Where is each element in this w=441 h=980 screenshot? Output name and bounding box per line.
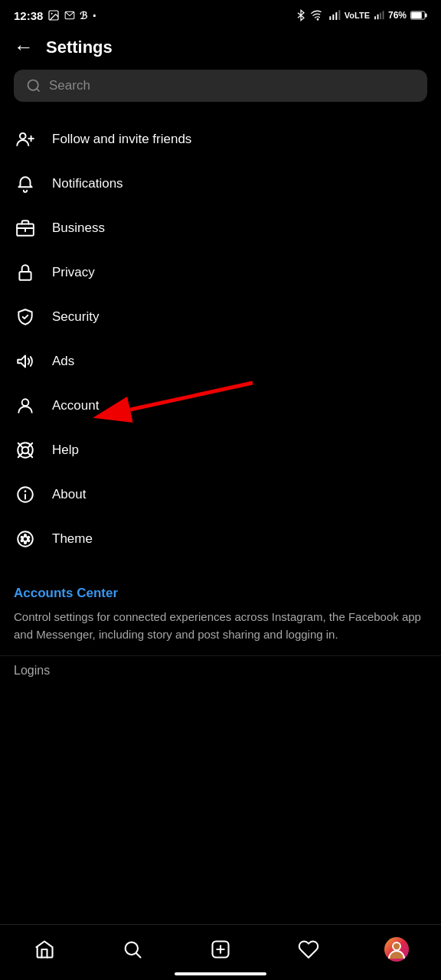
search-container: Search bbox=[0, 70, 441, 114]
avatar bbox=[384, 937, 409, 962]
megaphone-icon bbox=[14, 350, 37, 373]
bell-icon bbox=[14, 172, 37, 195]
menu-item-account[interactable]: Account bbox=[0, 384, 441, 428]
follow-label: Follow and invite friends bbox=[52, 132, 191, 147]
svg-line-42 bbox=[136, 953, 140, 957]
b-icon: ℬ bbox=[80, 10, 87, 21]
svg-point-46 bbox=[393, 942, 400, 950]
wifi-icon bbox=[311, 9, 325, 21]
svg-rect-4 bbox=[332, 15, 334, 20]
menu-item-theme[interactable]: Theme bbox=[0, 517, 441, 561]
menu-list: Follow and invite friends Notifications … bbox=[0, 114, 441, 564]
logins-label: Logins bbox=[14, 664, 50, 677]
signal2-icon bbox=[374, 10, 384, 21]
svg-rect-12 bbox=[425, 13, 427, 17]
nav-search[interactable] bbox=[114, 934, 151, 965]
logins-section: Logins bbox=[0, 655, 441, 678]
svg-rect-10 bbox=[383, 11, 384, 19]
svg-rect-13 bbox=[411, 12, 422, 18]
page-title: Settings bbox=[46, 38, 113, 57]
svg-rect-5 bbox=[335, 12, 337, 20]
status-bar: 12:38 ℬ · VoLTE 76% bbox=[0, 0, 441, 28]
svg-point-1 bbox=[51, 13, 53, 15]
person-icon bbox=[14, 394, 37, 417]
help-label: Help bbox=[52, 443, 79, 458]
search-icon bbox=[26, 78, 41, 93]
dot-icon: · bbox=[92, 8, 96, 23]
mail-icon bbox=[64, 10, 75, 21]
ads-label: Ads bbox=[52, 354, 74, 369]
business-icon bbox=[14, 217, 37, 240]
nav-add[interactable] bbox=[202, 934, 239, 965]
privacy-label: Privacy bbox=[52, 265, 95, 280]
security-label: Security bbox=[52, 309, 99, 325]
lifebuoy-icon bbox=[14, 439, 37, 462]
svg-rect-6 bbox=[338, 10, 340, 20]
home-indicator bbox=[175, 972, 266, 975]
accounts-center-desc: Control settings for connected experienc… bbox=[14, 609, 427, 643]
nav-home[interactable] bbox=[26, 934, 63, 965]
menu-item-ads[interactable]: Ads bbox=[0, 339, 441, 384]
svg-point-16 bbox=[20, 133, 26, 139]
bluetooth-icon bbox=[295, 9, 307, 21]
menu-item-notifications[interactable]: Notifications bbox=[0, 162, 441, 206]
svg-rect-7 bbox=[374, 16, 376, 19]
svg-point-23 bbox=[22, 447, 29, 454]
battery-icon bbox=[410, 11, 427, 20]
svg-rect-9 bbox=[380, 13, 381, 20]
theme-icon bbox=[14, 528, 37, 550]
menu-item-about[interactable]: About bbox=[0, 472, 441, 517]
accounts-center: Accounts Center Control settings for con… bbox=[0, 564, 441, 655]
menu-item-help[interactable]: Help bbox=[0, 428, 441, 472]
business-label: Business bbox=[52, 220, 105, 236]
about-label: About bbox=[52, 487, 86, 502]
status-right: VoLTE 76% bbox=[295, 9, 427, 21]
theme-label: Theme bbox=[52, 531, 93, 547]
svg-line-15 bbox=[37, 89, 40, 92]
accounts-center-title[interactable]: Accounts Center bbox=[14, 586, 427, 601]
lock-icon bbox=[14, 261, 37, 284]
svg-point-41 bbox=[125, 942, 137, 955]
svg-rect-8 bbox=[377, 15, 379, 19]
notifications-label: Notifications bbox=[52, 176, 123, 191]
menu-item-privacy[interactable]: Privacy bbox=[0, 250, 441, 295]
follow-icon bbox=[14, 128, 37, 151]
svg-rect-3 bbox=[329, 16, 331, 20]
menu-item-follow[interactable]: Follow and invite friends bbox=[0, 117, 441, 162]
photo-icon bbox=[47, 9, 60, 21]
status-time: 12:38 bbox=[14, 9, 43, 22]
header: ← Settings bbox=[0, 28, 441, 70]
nav-heart[interactable] bbox=[290, 934, 327, 965]
info-icon bbox=[14, 483, 37, 506]
nav-profile[interactable] bbox=[378, 934, 415, 965]
signal-icon bbox=[328, 9, 341, 21]
search-input[interactable]: Search bbox=[49, 78, 90, 93]
back-button[interactable]: ← bbox=[14, 35, 34, 59]
battery-level: 76% bbox=[388, 10, 407, 21]
menu-item-business[interactable]: Business bbox=[0, 206, 441, 250]
svg-rect-20 bbox=[19, 272, 31, 280]
menu-item-security[interactable]: Security bbox=[0, 295, 441, 339]
svg-point-14 bbox=[28, 80, 38, 90]
svg-point-21 bbox=[22, 399, 29, 406]
search-bar[interactable]: Search bbox=[14, 70, 427, 102]
svg-point-38 bbox=[23, 537, 28, 542]
account-label: Account bbox=[52, 398, 99, 413]
shield-icon bbox=[14, 305, 37, 328]
status-left: 12:38 ℬ · bbox=[14, 8, 96, 23]
network-label: VoLTE bbox=[345, 11, 370, 20]
